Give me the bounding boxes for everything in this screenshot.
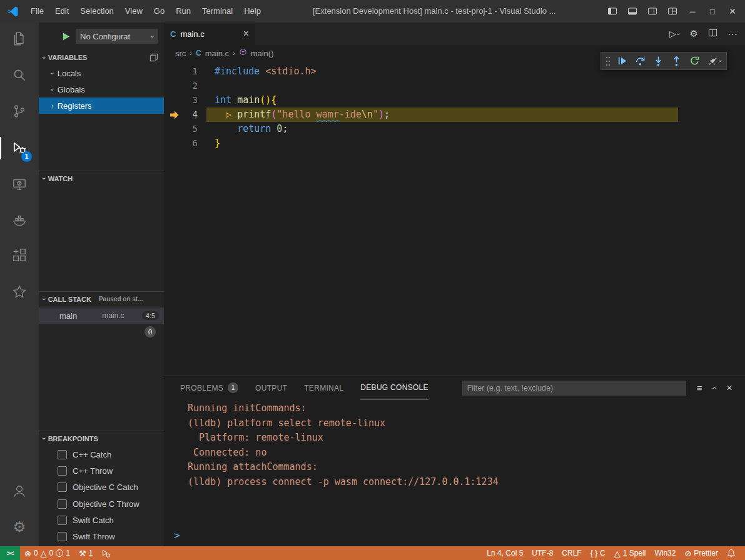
spell-checker-status[interactable]: △ 1 Spell: [610, 546, 651, 560]
activity-search[interactable]: [0, 60, 39, 90]
menu-run[interactable]: Run: [170, 0, 196, 22]
tab-debug-console[interactable]: DEBUG CONSOLE: [360, 377, 428, 399]
breakpoints-section-header[interactable]: › BREAKPOINTS: [39, 431, 164, 446]
breakpoint-glyph-margin[interactable]: [164, 79, 185, 93]
breakpoint-item[interactable]: Swift Catch: [39, 512, 164, 528]
tab-problems[interactable]: PROBLEMS 1: [180, 377, 238, 399]
console-filter-input[interactable]: [462, 381, 686, 396]
breakpoint-checkbox[interactable]: [58, 516, 67, 525]
more-actions-icon[interactable]: ⋯: [727, 28, 737, 40]
menu-file[interactable]: File: [25, 0, 49, 22]
breakpoint-checkbox[interactable]: [58, 482, 67, 492]
filter-icon[interactable]: ≡: [697, 383, 702, 392]
menu-view[interactable]: View: [119, 0, 148, 22]
formatter-status[interactable]: ⊘ Prettier: [680, 546, 722, 560]
activity-run-and-debug[interactable]: 1: [0, 133, 39, 163]
debug-stackframe-arrow-icon[interactable]: [164, 108, 185, 122]
variables-item-locals[interactable]: › Locals: [39, 65, 164, 81]
breakpoint-item[interactable]: Objective C Throw: [39, 496, 164, 512]
step-over-button[interactable]: [631, 52, 649, 69]
activity-explorer[interactable]: [0, 24, 39, 54]
menu-edit[interactable]: Edit: [49, 0, 74, 22]
editor-settings-gear-icon[interactable]: ⚙: [690, 28, 698, 39]
notifications-bell[interactable]: [722, 546, 740, 560]
variables-item-globals[interactable]: › Globals: [39, 81, 164, 98]
variables-item-registers[interactable]: › Registers: [39, 98, 164, 114]
eol-status[interactable]: CRLF: [557, 546, 585, 560]
activity-favorites[interactable]: [0, 277, 39, 307]
breadcrumb-folder[interactable]: src: [175, 49, 186, 58]
code-text[interactable]: #include <stdio.h>: [198, 64, 317, 79]
remote-indicator[interactable]: ><: [0, 546, 20, 560]
menu-help[interactable]: Help: [238, 0, 266, 22]
code-text[interactable]: int main(){: [198, 93, 276, 108]
breakpoint-checkbox[interactable]: [58, 466, 67, 476]
cursor-position[interactable]: Ln 4, Col 5: [482, 546, 527, 560]
breakpoint-checkbox[interactable]: [58, 499, 67, 509]
activity-remote-explorer[interactable]: [0, 169, 39, 199]
language-mode[interactable]: { } C: [586, 546, 610, 560]
run-or-debug-button[interactable]: ▷ ›: [669, 29, 679, 39]
breakpoint-glyph-margin[interactable]: [164, 136, 185, 151]
tab-terminal[interactable]: TERMINAL: [304, 377, 343, 399]
breakpoint-glyph-margin[interactable]: [164, 93, 185, 108]
menu-selection[interactable]: Selection: [74, 0, 119, 22]
variables-section-header[interactable]: › VARIABLES: [39, 50, 164, 65]
start-debugging-icon[interactable]: [61, 32, 71, 41]
activity-source-control[interactable]: [0, 96, 39, 126]
stack-frame-row[interactable]: main main.c 4:5: [39, 308, 164, 324]
breadcrumb-file[interactable]: main.c: [205, 49, 229, 58]
breakpoint-item[interactable]: C++ Catch: [39, 446, 164, 462]
toolchain-status[interactable]: ⚒ 1: [74, 546, 97, 560]
menu-go[interactable]: Go: [148, 0, 170, 22]
code-text[interactable]: ▷ printf("hello wamr-ide\n");: [198, 108, 390, 122]
watch-section-header[interactable]: › WATCH: [39, 171, 164, 186]
debug-console-prompt[interactable]: >: [174, 529, 180, 541]
debug-session-dropdown-icon[interactable]: ›: [717, 60, 724, 62]
breakpoint-glyph-margin[interactable]: [164, 64, 185, 79]
debug-status[interactable]: [97, 546, 115, 560]
code-editor[interactable]: 1#include <stdio.h>23int main(){4 ▷ prin…: [164, 61, 745, 151]
activity-extensions[interactable]: [0, 241, 39, 271]
step-into-button[interactable]: [649, 52, 667, 69]
maximize-panel-icon[interactable]: ›: [710, 386, 719, 389]
tab-output[interactable]: OUTPUT: [255, 377, 287, 399]
breakpoint-checkbox[interactable]: [58, 450, 67, 459]
menu-terminal[interactable]: Terminal: [196, 0, 238, 22]
encoding-status[interactable]: UTF-8: [527, 546, 557, 560]
variables-view-action-icon[interactable]: [150, 53, 158, 62]
breakpoint-item[interactable]: C++ Throw: [39, 462, 164, 479]
breakpoint-item[interactable]: Objective C Catch: [39, 479, 164, 496]
code-text[interactable]: return 0;: [198, 122, 288, 136]
code-text[interactable]: [198, 79, 215, 93]
activity-docker[interactable]: [0, 205, 39, 235]
maximize-button[interactable]: □: [702, 0, 722, 22]
warning-icon: △: [614, 549, 621, 558]
toggle-primary-sidebar-icon[interactable]: [602, 0, 622, 22]
platform-status[interactable]: Win32: [650, 546, 680, 560]
breadcrumb-symbol[interactable]: main(): [251, 49, 274, 58]
toggle-panel-icon[interactable]: [622, 0, 642, 22]
tab-main-c[interactable]: C main.c ×: [164, 22, 255, 45]
debug-config-dropdown[interactable]: No Configurat ›: [76, 29, 158, 44]
breakpoint-glyph-margin[interactable]: [164, 122, 185, 136]
breakpoint-checkbox[interactable]: [58, 532, 67, 541]
restart-button[interactable]: [686, 52, 704, 69]
close-panel-icon[interactable]: ×: [726, 382, 732, 393]
breakpoint-item[interactable]: Swift Throw: [39, 528, 164, 544]
customize-layout-icon[interactable]: [662, 0, 682, 22]
split-editor-icon[interactable]: [708, 28, 717, 40]
activity-settings[interactable]: ⚙: [0, 512, 39, 542]
problems-status[interactable]: ⊗ 0 △ 0 i 1: [20, 546, 74, 560]
drag-handle-icon[interactable]: [604, 56, 612, 67]
console-line-4: Connected: no: [188, 446, 745, 461]
toggle-secondary-sidebar-icon[interactable]: [642, 0, 662, 22]
minimize-button[interactable]: ─: [682, 0, 702, 22]
activity-accounts[interactable]: [0, 476, 39, 506]
step-out-button[interactable]: [667, 52, 686, 69]
tab-close-icon[interactable]: ×: [243, 29, 249, 39]
call-stack-section-header[interactable]: › CALL STACK Paused on st...: [39, 291, 164, 306]
continue-button[interactable]: [613, 52, 631, 69]
code-text[interactable]: }: [198, 136, 220, 151]
close-button[interactable]: ×: [722, 0, 742, 22]
